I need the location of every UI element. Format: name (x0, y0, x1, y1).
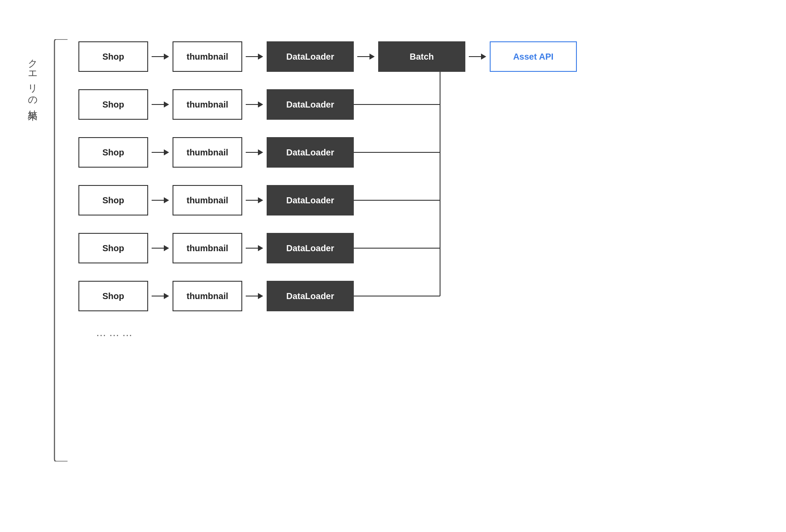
arrow-4a (152, 245, 169, 251)
arrow-1b (246, 101, 263, 108)
shop-box-1: Shop (78, 89, 148, 120)
arrow-5a (152, 293, 169, 299)
dots-label: ……… (96, 327, 688, 339)
arrow-0c (357, 54, 375, 60)
batch-box: Batch (378, 41, 465, 72)
rows-area: Shop thumbnail DataLoader Batch (78, 39, 688, 339)
shop-box-0: Shop (78, 41, 148, 72)
arrow-5b (246, 293, 263, 299)
dataloader-box-3: DataLoader (267, 185, 354, 215)
shop-box-5: Shop (78, 281, 148, 311)
dataloader-box-2: DataLoader (267, 137, 354, 168)
shop-box-3: Shop (78, 185, 148, 215)
shop-box-2: Shop (78, 137, 148, 168)
arrow-3a (152, 197, 169, 203)
arrow-3b (246, 197, 263, 203)
arrow-0d (469, 54, 486, 60)
flow-row-3: Shop thumbnail DataLoader (78, 183, 688, 218)
thumbnail-box-5: thumbnail (173, 281, 242, 311)
arrow-2b (246, 149, 263, 155)
thumbnail-box-0: thumbnail (173, 41, 242, 72)
flow-row-0: Shop thumbnail DataLoader Batch (78, 39, 688, 74)
dataloader-box-0: DataLoader (267, 41, 354, 72)
shop-box-4: Shop (78, 233, 148, 263)
vertical-label: クエリの結果 (26, 52, 39, 106)
flow-row-1: Shop thumbnail DataLoader (78, 87, 688, 122)
thumbnail-box-2: thumbnail (173, 137, 242, 168)
arrow-0b (246, 54, 263, 60)
dataloader-box-5: DataLoader (267, 281, 354, 311)
thumbnail-box-3: thumbnail (173, 185, 242, 215)
arrow-2a (152, 149, 169, 155)
thumbnail-box-1: thumbnail (173, 89, 242, 120)
bracket-svg (52, 39, 70, 461)
arrow-0a (152, 54, 169, 60)
arrow-1a (152, 101, 169, 108)
flow-row-4: Shop thumbnail DataLoader (78, 231, 688, 266)
asset-api-box: Asset API (490, 41, 577, 72)
arrow-4b (246, 245, 263, 251)
flow-row-5: Shop thumbnail DataLoader (78, 279, 688, 313)
dataloader-box-4: DataLoader (267, 233, 354, 263)
flow-row-2: Shop thumbnail DataLoader (78, 135, 688, 170)
diagram-container: クエリの結果 (26, 17, 767, 514)
dataloader-box-1: DataLoader (267, 89, 354, 120)
thumbnail-box-4: thumbnail (173, 233, 242, 263)
